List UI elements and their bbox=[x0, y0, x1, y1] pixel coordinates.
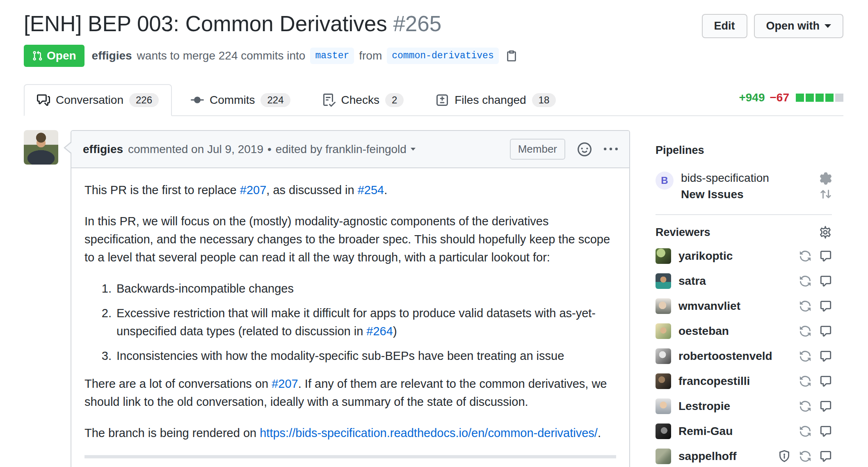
sync-icon bbox=[799, 275, 811, 287]
reviewer-actions bbox=[799, 325, 832, 337]
tab-checks[interactable]: Checks 2 bbox=[309, 84, 417, 116]
reviewer-row: yarikoptic bbox=[656, 248, 832, 264]
security-shield-button[interactable] bbox=[778, 450, 791, 463]
edit-button[interactable]: Edit bbox=[702, 14, 747, 38]
list-item: Backwards-incompatible changes bbox=[115, 279, 616, 298]
reviewer-name[interactable]: francopestilli bbox=[678, 375, 750, 388]
git-pull-request-icon bbox=[32, 50, 43, 61]
add-reaction-button[interactable] bbox=[578, 142, 592, 156]
avatar[interactable] bbox=[24, 130, 58, 165]
review-comment-button[interactable] bbox=[820, 325, 832, 337]
avatar[interactable] bbox=[656, 323, 671, 339]
inline-link[interactable]: #207 bbox=[240, 183, 267, 197]
avatar[interactable] bbox=[656, 348, 671, 364]
reviewer-name[interactable]: satra bbox=[678, 275, 706, 288]
reviewer-name[interactable]: sappelhoff bbox=[678, 450, 737, 463]
avatar[interactable] bbox=[656, 298, 671, 314]
open-with-label: Open with bbox=[766, 20, 820, 32]
comment-body: This PR is the first to replace #207, as… bbox=[71, 168, 629, 467]
reviewers-header: Reviewers bbox=[656, 226, 832, 239]
review-comment-button[interactable] bbox=[820, 350, 832, 362]
re-request-review-button[interactable] bbox=[799, 300, 811, 312]
base-branch-label[interactable]: master bbox=[310, 48, 354, 64]
pipeline-subtitle[interactable]: New Issues bbox=[681, 188, 812, 201]
comment-paragraph: There are a lot of conversations on #207… bbox=[85, 375, 616, 411]
inline-link[interactable]: #254 bbox=[358, 183, 384, 197]
reviewer-actions bbox=[799, 275, 832, 287]
pipeline-sort-button[interactable] bbox=[820, 188, 832, 200]
review-comment-button[interactable] bbox=[820, 250, 832, 262]
copy-branch-button[interactable] bbox=[505, 50, 518, 62]
pipeline-name[interactable]: bids-specification bbox=[681, 172, 812, 185]
checklist-icon bbox=[322, 94, 336, 107]
re-request-review-button[interactable] bbox=[799, 250, 811, 262]
review-comment-button[interactable] bbox=[820, 425, 832, 437]
reviewer-name[interactable]: yarikoptic bbox=[678, 250, 733, 263]
re-request-review-button[interactable] bbox=[799, 275, 811, 287]
reviewer-name[interactable]: robertoostenveld bbox=[678, 350, 772, 363]
inline-link[interactable]: #207 bbox=[272, 377, 298, 390]
avatar[interactable] bbox=[656, 373, 671, 389]
re-request-review-button[interactable] bbox=[799, 350, 811, 362]
comment-icon bbox=[820, 400, 832, 412]
pipeline-controls bbox=[820, 172, 832, 201]
inline-link[interactable]: #264 bbox=[366, 325, 393, 338]
re-request-review-button[interactable] bbox=[799, 425, 811, 437]
kebab-icon bbox=[604, 142, 618, 156]
avatar[interactable] bbox=[656, 273, 671, 289]
open-with-button[interactable]: Open with bbox=[754, 14, 844, 38]
pipeline-settings-button[interactable] bbox=[820, 172, 832, 185]
avatar[interactable] bbox=[656, 449, 671, 464]
avatar[interactable] bbox=[656, 248, 671, 264]
review-comment-button[interactable] bbox=[820, 275, 832, 287]
avatar[interactable] bbox=[656, 398, 671, 414]
tab-count: 226 bbox=[129, 93, 159, 107]
re-request-review-button[interactable] bbox=[799, 375, 811, 387]
list-item: Excessive restriction that will make it … bbox=[115, 304, 616, 340]
review-comment-button[interactable] bbox=[820, 400, 832, 412]
comment-author[interactable]: effigies bbox=[83, 143, 123, 156]
review-comment-button[interactable] bbox=[820, 300, 832, 312]
review-comment-button[interactable] bbox=[820, 450, 832, 462]
tab-label: Files changed bbox=[455, 94, 526, 107]
re-request-review-button[interactable] bbox=[799, 450, 811, 462]
title-row: [ENH] BEP 003: Common Derivatives #265 E… bbox=[24, 11, 843, 38]
reviewer-row: sappelhoff bbox=[656, 449, 832, 464]
pr-author[interactable]: effigies bbox=[92, 49, 132, 62]
clipboard-icon bbox=[505, 50, 518, 62]
sync-icon bbox=[799, 350, 811, 362]
tab-commits[interactable]: Commits 224 bbox=[178, 84, 304, 116]
inline-link[interactable]: https://bids-specification.readthedocs.i… bbox=[260, 426, 598, 440]
comment-header: effigies commented on Jul 9, 2019 • edit… bbox=[71, 131, 629, 168]
reviewer-row: Lestropie bbox=[656, 398, 832, 414]
reviewer-name[interactable]: oesteban bbox=[678, 325, 729, 338]
reviewer-actions bbox=[778, 450, 832, 463]
comment-icon bbox=[820, 350, 832, 362]
avatar[interactable] bbox=[656, 424, 671, 439]
pr-state-badge: Open bbox=[24, 45, 85, 67]
comment-options-button[interactable] bbox=[604, 142, 618, 156]
tab-count: 2 bbox=[385, 93, 404, 107]
re-request-review-button[interactable] bbox=[799, 400, 811, 412]
merge-from-text: from bbox=[359, 49, 382, 62]
diff-block bbox=[825, 94, 834, 102]
pr-number: #265 bbox=[393, 11, 441, 36]
reviewer-name[interactable]: Remi-Gau bbox=[678, 425, 733, 438]
edited-by-dropdown[interactable]: edited by franklin-feingold bbox=[276, 143, 416, 156]
head-branch-label[interactable]: common-derivatives bbox=[387, 48, 498, 64]
tab-conversation[interactable]: Conversation 226 bbox=[24, 84, 172, 116]
pipeline-app-avatar[interactable]: B bbox=[656, 172, 674, 190]
reviewers-settings-button[interactable] bbox=[819, 226, 832, 239]
reviewer-actions bbox=[799, 250, 832, 262]
tab-label: Conversation bbox=[56, 94, 123, 107]
re-request-review-button[interactable] bbox=[799, 325, 811, 337]
tab-count: 18 bbox=[532, 93, 556, 107]
comment-icon bbox=[820, 375, 832, 387]
reviewer-name[interactable]: Lestropie bbox=[678, 400, 730, 413]
review-comment-button[interactable] bbox=[820, 375, 832, 387]
comment-paragraph: This PR is the first to replace #207, as… bbox=[85, 181, 616, 199]
reviewer-name[interactable]: wmvanvliet bbox=[678, 300, 740, 313]
main-content: effigies commented on Jul 9, 2019 • edit… bbox=[24, 130, 843, 467]
tab-files-changed[interactable]: Files changed 18 bbox=[423, 84, 569, 116]
page-title: [ENH] BEP 003: Common Derivatives #265 bbox=[24, 11, 441, 37]
